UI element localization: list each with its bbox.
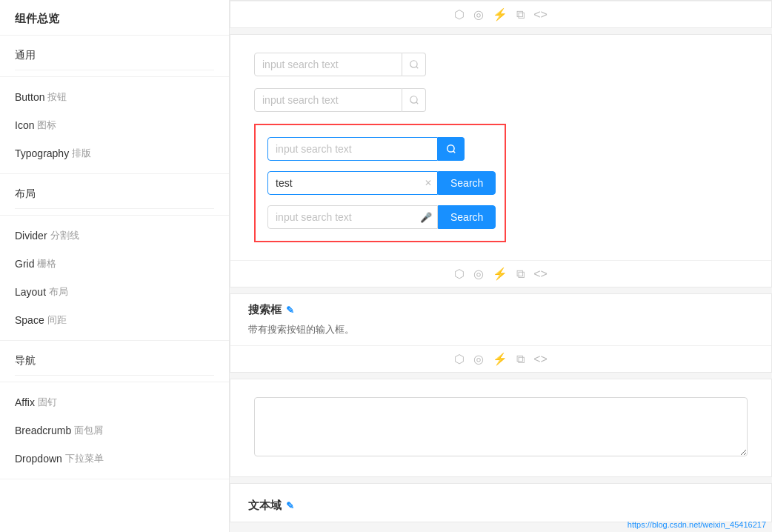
search-input-wrapper-4: ✕ <box>267 171 438 195</box>
sidebar-item-breadcrumb-zh: 面包屑 <box>74 424 103 437</box>
svg-point-2 <box>410 96 416 103</box>
search-svg-icon-1 <box>409 59 419 70</box>
search-input-2[interactable] <box>254 88 402 112</box>
textarea-demo <box>230 379 771 476</box>
sidebar-section-general: 通用 <box>0 36 229 77</box>
sidebar-item-typography[interactable]: Typography 排版 <box>0 139 229 167</box>
sidebar-item-space[interactable]: Space 间距 <box>0 306 229 334</box>
lightning-icon-2[interactable]: ⚡ <box>493 267 508 281</box>
search-button-1[interactable]: Search <box>438 171 496 195</box>
sidebar-item-affix-zh: 固钉 <box>38 396 57 409</box>
svg-point-0 <box>410 61 416 67</box>
sidebar-item-icon[interactable]: Icon 图标 <box>0 111 229 139</box>
sidebar-item-divider-zh: 分割线 <box>50 229 79 242</box>
search-svg-icon-2 <box>409 95 419 105</box>
svg-line-1 <box>416 67 418 69</box>
lightning-icon[interactable]: ⚡ <box>493 7 508 21</box>
search-input-3[interactable] <box>267 137 438 161</box>
block2-toolbar: ⬡ ◎ ⚡ ⧉ <> <box>230 260 771 287</box>
globe-icon[interactable]: ◎ <box>473 7 484 21</box>
sidebar-item-dropdown[interactable]: Dropdown 下拉菜单 <box>0 445 229 473</box>
search-svg-icon-3 <box>446 144 456 154</box>
main-layout: 组件总览 通用 Button 按钮 Icon 图标 Typography 排版 … <box>0 0 772 532</box>
demo-textarea[interactable] <box>254 397 748 456</box>
search-input-5[interactable] <box>267 205 438 229</box>
code-icon[interactable]: <> <box>533 8 548 21</box>
globe-icon-3[interactable]: ◎ <box>473 352 484 366</box>
block3-toolbar: ⬡ ◎ ⚡ ⧉ <> <box>230 345 771 372</box>
sidebar-section-nav: Affix 固钉 Breadcrumb 面包屑 Dropdown 下拉菜单 <box>0 382 229 479</box>
sidebar-item-breadcrumb[interactable]: Breadcrumb 面包屑 <box>0 416 229 445</box>
sidebar-section-nav-label: 导航 <box>0 341 229 382</box>
search-row-3 <box>267 137 493 161</box>
search-row-2 <box>254 88 426 112</box>
block-1: ⬡ ◎ ⚡ ⧉ <> <box>230 0 772 28</box>
block-2: ✕ Search 🎤 Search ⬡ ◎ <box>230 34 772 287</box>
sidebar-item-dropdown-zh: 下拉菜单 <box>65 452 104 465</box>
sidebar-section-layout: Divider 分割线 Grid 栅格 Layout 布局 Space 间距 <box>0 216 229 341</box>
sidebar-item-icon-label: Icon <box>15 119 34 131</box>
copy-icon[interactable]: ⧉ <box>516 8 525 21</box>
sidebar-item-button-label: Button <box>15 91 44 103</box>
block-3: 搜索框 ✎ 带有搜索按钮的输入框。 ⬡ ◎ ⚡ ⧉ <> <box>230 293 772 373</box>
sidebar-item-affix[interactable]: Affix 固钉 <box>0 388 229 416</box>
content-area: ⬡ ◎ ⚡ ⧉ <> <box>230 0 772 532</box>
sidebar-item-divider-label: Divider <box>15 230 47 242</box>
block-4 <box>230 379 772 477</box>
search-blue-icon-btn[interactable] <box>438 137 465 161</box>
block1-toolbar: ⬡ ◎ ⚡ ⧉ <> <box>230 1 771 27</box>
search-button-2[interactable]: Search <box>438 205 496 229</box>
block5-title-row: 文本域 ✎ <box>230 490 771 516</box>
svg-line-3 <box>416 102 418 104</box>
sidebar: 组件总览 通用 Button 按钮 Icon 图标 Typography 排版 … <box>0 0 230 532</box>
sidebar-item-button[interactable]: Button 按钮 <box>0 83 229 111</box>
sidebar-item-affix-label: Affix <box>15 396 35 408</box>
sidebar-label-nav: 导航 <box>0 347 229 375</box>
sidebar-section-components: Button 按钮 Icon 图标 Typography 排版 <box>0 77 229 174</box>
sidebar-item-icon-zh: 图标 <box>37 119 56 132</box>
search-icon-btn-2[interactable] <box>402 88 426 112</box>
cube-icon[interactable]: ⬡ <box>454 7 465 21</box>
search-row-1 <box>254 53 426 76</box>
sidebar-item-grid-label: Grid <box>15 258 34 270</box>
block5-title: 文本域 <box>248 499 282 513</box>
sidebar-item-layout-label: Layout <box>15 286 46 298</box>
globe-icon-2[interactable]: ◎ <box>473 267 484 281</box>
block3-desc: 带有搜索按钮的输入框。 <box>230 320 771 345</box>
sidebar-item-button-zh: 按钮 <box>47 90 67 104</box>
search-input-wrapper-3 <box>267 137 438 161</box>
block3-edit-icon[interactable]: ✎ <box>286 305 294 316</box>
clear-icon[interactable]: ✕ <box>425 178 432 188</box>
code-icon-3[interactable]: <> <box>533 353 548 366</box>
search-icon-btn-1[interactable] <box>402 53 426 76</box>
search-input-wrapper-2 <box>254 88 402 112</box>
sidebar-item-dropdown-label: Dropdown <box>15 453 62 465</box>
copy-icon-2[interactable]: ⧉ <box>516 267 525 281</box>
sidebar-item-layout[interactable]: Layout 布局 <box>0 278 229 306</box>
search-input-4[interactable] <box>267 171 438 195</box>
code-icon-2[interactable]: <> <box>533 267 548 281</box>
copy-icon-3[interactable]: ⧉ <box>516 353 525 366</box>
sidebar-item-space-label: Space <box>15 314 44 326</box>
sidebar-item-layout-zh: 布局 <box>49 285 68 299</box>
svg-point-4 <box>447 145 453 152</box>
footer-link[interactable]: https://blog.csdn.net/weixin_45416217 <box>628 520 766 529</box>
sidebar-item-divider[interactable]: Divider 分割线 <box>0 222 229 250</box>
search-input-wrapper-5: 🎤 <box>267 205 438 229</box>
cube-icon-2[interactable]: ⬡ <box>454 267 465 281</box>
sidebar-item-grid[interactable]: Grid 栅格 <box>0 250 229 278</box>
search-input-wrapper-1 <box>254 53 402 76</box>
block-5: 文本域 ✎ <box>230 483 772 522</box>
search-row-4: ✕ Search <box>267 171 493 195</box>
sidebar-section-layout-label: 布局 <box>0 174 229 216</box>
highlight-box: ✕ Search 🎤 Search <box>254 124 506 242</box>
sidebar-item-grid-zh: 栅格 <box>37 257 56 270</box>
cube-icon-3[interactable]: ⬡ <box>454 352 465 366</box>
sidebar-item-space-zh: 间距 <box>47 313 67 327</box>
lightning-icon-3[interactable]: ⚡ <box>493 352 508 366</box>
mic-icon[interactable]: 🎤 <box>420 212 432 223</box>
sidebar-label-general: 通用 <box>0 41 229 70</box>
search-input-1[interactable] <box>254 53 402 76</box>
sidebar-item-typography-zh: 排版 <box>72 147 91 160</box>
block5-edit-icon[interactable]: ✎ <box>286 500 294 511</box>
